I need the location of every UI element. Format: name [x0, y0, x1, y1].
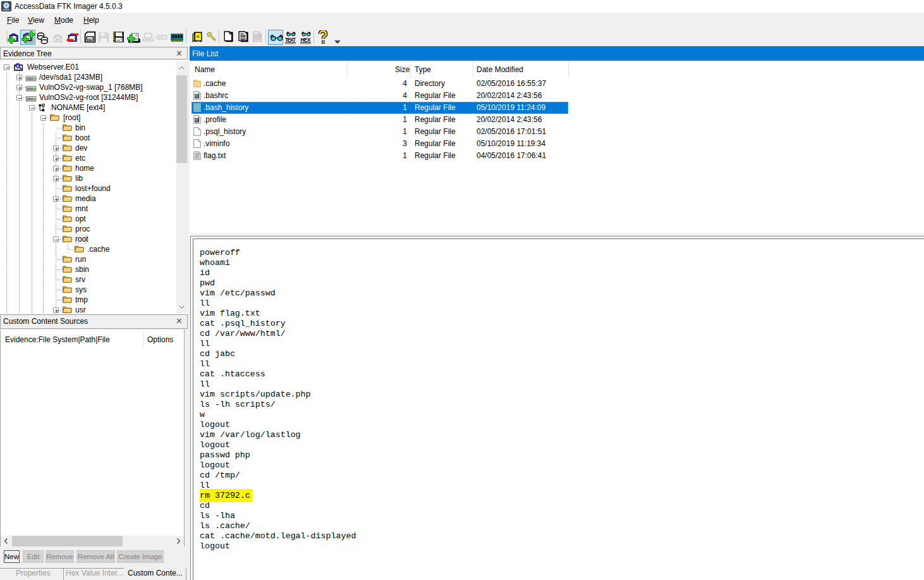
svg-text:HEX: HEX [301, 37, 312, 43]
svg-text:TEXT: TEXT [285, 37, 296, 43]
svg-text:DIR: DIR [254, 35, 261, 39]
